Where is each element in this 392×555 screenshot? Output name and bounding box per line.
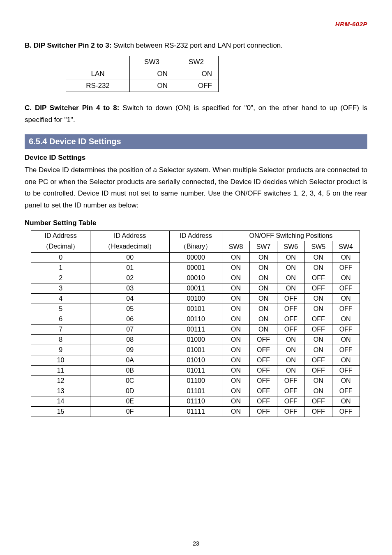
section-b: B. DIP Switcher Pin 2 to 3: Switch betwe… <box>25 40 367 52</box>
cell: ON <box>222 325 250 335</box>
cell: OFF <box>250 366 277 376</box>
cell: 4 <box>31 294 90 304</box>
cell: OFF <box>332 304 360 314</box>
cell: OFF <box>250 376 277 386</box>
cell: 7 <box>31 325 90 335</box>
cell: ON <box>304 376 332 386</box>
cell: OFF <box>250 396 277 407</box>
cell: 01100 <box>170 376 222 386</box>
cell: OFF <box>277 304 304 314</box>
cell: OFF <box>277 294 304 304</box>
cell: ON <box>277 355 304 366</box>
table-row: RS-232 ON OFF <box>66 80 219 92</box>
cell: ON <box>332 335 360 345</box>
cell: ON <box>222 335 250 345</box>
cell: OFF <box>250 407 277 417</box>
cell: 05 <box>90 304 170 314</box>
cell: ON <box>222 314 250 325</box>
cell: ON <box>222 366 250 376</box>
cell: 01011 <box>170 366 222 376</box>
cell: 01101 <box>170 386 222 396</box>
cell: 01010 <box>170 355 222 366</box>
cell-sw3: SW3 <box>130 56 174 68</box>
cell-blank <box>66 56 130 68</box>
cell: OFF <box>304 407 332 417</box>
cell: OFF <box>250 335 277 345</box>
cell: 00001 <box>170 263 222 273</box>
cell: OFF <box>304 366 332 376</box>
cell: 14 <box>31 396 90 407</box>
cell: ON <box>304 304 332 314</box>
cell: ON <box>277 283 304 294</box>
cell: 00010 <box>170 273 222 283</box>
cell: ON <box>250 294 277 304</box>
cell: ON <box>277 345 304 355</box>
cell: ON <box>277 263 304 273</box>
cell: ON <box>250 314 277 325</box>
cell: OFF <box>304 325 332 335</box>
cell: RS-232 <box>66 80 130 92</box>
cell: ON <box>174 68 219 80</box>
table-row: 110B01011ONOFFONOFFOFF <box>31 366 360 376</box>
cell: ON <box>304 294 332 304</box>
cell: ON <box>250 325 277 335</box>
hdr-sw5: SW5 <box>304 241 332 253</box>
cell: 00000 <box>170 253 222 263</box>
cell: ON <box>304 345 332 355</box>
cell: 00111 <box>170 325 222 335</box>
cell: 00110 <box>170 314 222 325</box>
cell: ON <box>222 345 250 355</box>
table-header-row-2: （Decimal） （Hexadecimal） （Binary） SW8 SW7… <box>31 241 360 253</box>
cell-sw2: SW2 <box>174 56 219 68</box>
hdr-hexadecimal: （Hexadecimal） <box>90 241 170 253</box>
device-id-heading: Device ID Settings <box>25 154 367 162</box>
table-row: 130D01101ONOFFOFFONOFF <box>31 386 360 396</box>
cell: ON <box>222 386 250 396</box>
page-number: 23 <box>0 540 392 547</box>
cell: 07 <box>90 325 170 335</box>
hdr-sw8: SW8 <box>222 241 250 253</box>
hdr-sw7: SW7 <box>250 241 277 253</box>
section-b-desc: Switch between RS-232 port and LAN port … <box>113 41 283 49</box>
table-row: LAN ON ON <box>66 68 219 80</box>
cell: 0A <box>90 355 170 366</box>
hdr-id-dec: ID Address <box>31 231 90 241</box>
cell: 11 <box>31 366 90 376</box>
cell: OFF <box>304 283 332 294</box>
section-c: C. DIP Switcher Pin 4 to 8: Switch to do… <box>25 102 367 126</box>
cell: ON <box>250 273 277 283</box>
table-row: 150F01111ONOFFOFFOFFOFF <box>31 407 360 417</box>
cell: 02 <box>90 273 170 283</box>
number-setting-table: ID Address ID Address ID Address ON/OFF … <box>31 230 360 417</box>
cell: 01000 <box>170 335 222 345</box>
hdr-positions: ON/OFF Switching Positions <box>222 231 360 241</box>
table-row: 40400100ONONOFFONON <box>31 294 360 304</box>
cell: ON <box>304 386 332 396</box>
cell: ON <box>304 335 332 345</box>
cell: OFF <box>304 396 332 407</box>
cell: ON <box>332 273 360 283</box>
cell: ON <box>130 68 174 80</box>
cell: OFF <box>277 407 304 417</box>
cell: ON <box>304 263 332 273</box>
cell: 3 <box>31 283 90 294</box>
cell: OFF <box>332 407 360 417</box>
cell: 6 <box>31 314 90 325</box>
cell: OFF <box>304 314 332 325</box>
cell: 15 <box>31 407 90 417</box>
cell: ON <box>277 253 304 263</box>
cell: 04 <box>90 294 170 304</box>
number-table-title: Number Setting Table <box>25 219 367 227</box>
cell: ON <box>130 80 174 92</box>
table-row: 50500101ONONOFFONOFF <box>31 304 360 314</box>
cell: 0E <box>90 396 170 407</box>
cell: OFF <box>332 263 360 273</box>
table-row: 140E01110ONOFFOFFOFFON <box>31 396 360 407</box>
cell: 8 <box>31 335 90 345</box>
cell: 10 <box>31 355 90 366</box>
cell: OFF <box>332 386 360 396</box>
cell: OFF <box>277 325 304 335</box>
cell: OFF <box>332 325 360 335</box>
hdr-sw4: SW4 <box>332 241 360 253</box>
cell: 12 <box>31 376 90 386</box>
